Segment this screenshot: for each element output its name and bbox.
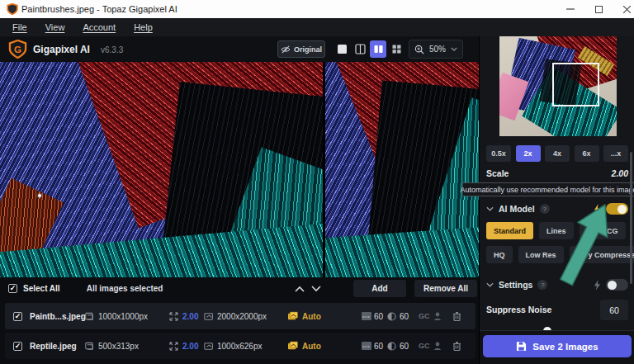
scale-0-5x-button[interactable]: 0.5x	[486, 145, 511, 162]
face-recovery-icon	[433, 311, 442, 321]
close-button[interactable]	[613, 0, 634, 18]
preview-pane-updated[interactable]	[325, 62, 479, 277]
file-panel: ✓ Select All All images selected Add Rem…	[0, 277, 479, 364]
chevron-down-icon[interactable]	[311, 286, 321, 292]
navigator-selection-rect[interactable]	[552, 63, 599, 106]
suppress-noise-label: Suppress Noise	[486, 305, 551, 314]
chevron-down-icon	[451, 47, 457, 51]
view-split-button[interactable]	[352, 40, 368, 58]
sidebar-scrollbar[interactable]	[630, 152, 632, 284]
preview-pane-original[interactable]	[0, 62, 323, 277]
row-checkbox[interactable]: ✓	[13, 342, 22, 351]
auto-mode-icon	[287, 341, 299, 351]
model-buttons-row-2: HQ Low Res Very Compressed	[486, 246, 633, 263]
original-toggle-label: Original	[294, 45, 322, 54]
original-toggle-button[interactable]: Original	[277, 40, 325, 58]
suppress-noise-value[interactable]: 60	[600, 300, 628, 320]
auto-mode-label[interactable]: Auto	[302, 342, 321, 351]
toggle-knob	[617, 205, 627, 214]
row-scale-value[interactable]: 2.00	[182, 342, 198, 351]
gigapixel-cloud-label: GC	[419, 312, 430, 320]
menu-help[interactable]: Help	[125, 20, 162, 35]
ai-model-help-icon[interactable]: ?	[540, 204, 550, 214]
selection-status: All images selected	[87, 284, 163, 293]
model-hq-button[interactable]: HQ	[486, 246, 513, 263]
gigapixel-window: Paintbrushes.jpeg - Topaz Gigapixel AI F…	[0, 0, 634, 364]
menu-account[interactable]: Account	[73, 20, 125, 35]
scale-6x-button[interactable]: 6x	[575, 145, 599, 162]
row-blur-value[interactable]: 60	[400, 312, 409, 321]
output-size: 1000x626px	[217, 342, 263, 351]
face-recovery-icon	[433, 341, 442, 351]
auto-model-tooltip: Automatically use recommended model for …	[462, 182, 634, 196]
settings-section-header: Settings ?	[486, 278, 628, 291]
app-name: Gigapixel AI	[33, 44, 90, 55]
noise-grid-icon	[362, 312, 371, 320]
title-bar: Paintbrushes.jpeg - Topaz Gigapixel AI	[0, 0, 634, 18]
menu-view[interactable]: View	[36, 20, 74, 35]
auto-mode-icon	[287, 311, 299, 321]
row-checkbox[interactable]: ✓	[13, 312, 22, 321]
auto-settings-bolt-icon	[594, 280, 601, 291]
view-grid-button[interactable]	[388, 40, 405, 58]
input-size: 1000x1000px	[98, 312, 148, 321]
model-lines-button[interactable]: Lines	[539, 222, 574, 239]
select-all-label[interactable]: Select All	[23, 284, 60, 293]
chevron-down-icon[interactable]	[486, 206, 494, 211]
file-row[interactable]: ✓ Reptile.jpeg 500x313px 2.00 1000x626px…	[5, 333, 476, 359]
window-title: Paintbrushes.jpeg - Topaz Gigapixel AI	[21, 4, 177, 14]
trash-icon[interactable]	[452, 341, 461, 351]
save-images-button[interactable]: Save 2 Images	[483, 335, 632, 357]
menu-bar: File View Account Help	[0, 18, 634, 36]
auto-settings-toggle[interactable]	[606, 279, 628, 291]
view-single-button[interactable]	[334, 40, 350, 58]
resize-arrows-icon	[169, 342, 178, 351]
maximize-icon	[595, 6, 603, 13]
scale-4x-button[interactable]: 4x	[545, 145, 570, 162]
maximize-button[interactable]	[584, 0, 613, 18]
chevron-up-icon[interactable]	[295, 286, 305, 292]
view-side-by-side-button[interactable]	[370, 40, 386, 58]
eye-slash-icon	[281, 45, 291, 54]
zoom-magnifier-icon	[414, 45, 424, 54]
selection-bar: ✓ Select All All images selected Add Rem…	[0, 277, 479, 300]
minimize-button[interactable]	[556, 0, 584, 18]
menu-file[interactable]: File	[3, 20, 36, 35]
auto-mode-label[interactable]: Auto	[302, 312, 321, 321]
model-buttons-row-1: Standard Lines Art & CG	[486, 222, 633, 239]
file-row[interactable]: ✓ Paintb...s.jpeg 1000x1000px 2.00 2000x…	[5, 303, 476, 329]
ai-model-section-header: AI Model ?	[486, 202, 628, 215]
select-all-checkbox[interactable]: ✓	[8, 284, 17, 293]
row-scale-value[interactable]: 2.00	[182, 312, 198, 321]
settings-help-icon[interactable]: ?	[537, 280, 547, 290]
minimize-icon	[566, 5, 575, 13]
preview-dust-spot	[38, 194, 41, 197]
model-very-compressed-button[interactable]: Very Compressed	[570, 246, 634, 263]
row-noise-value[interactable]: 60	[374, 312, 383, 321]
scale-2x-button[interactable]: 2x	[516, 145, 541, 162]
scale-custom-button[interactable]: ...x	[603, 145, 628, 162]
zoom-control[interactable]: 50%	[409, 40, 463, 59]
save-images-label: Save 2 Images	[532, 342, 598, 352]
navigator-thumbnail[interactable]	[499, 36, 617, 136]
chevron-down-icon[interactable]	[486, 282, 494, 287]
file-name: Paintb...s.jpeg	[30, 312, 86, 321]
app-version: v6.3.3	[101, 45, 123, 54]
scale-value: 2.00	[612, 168, 628, 178]
model-low-res-button[interactable]: Low Res	[518, 246, 564, 263]
noise-grid-icon	[362, 342, 371, 350]
svg-text:G: G	[14, 45, 21, 54]
toolbar: G Gigapixel AI v6.3.3 Original	[0, 36, 479, 62]
model-art-cg-button[interactable]: Art & CG	[580, 222, 626, 239]
remove-all-button[interactable]: Remove All	[414, 280, 477, 297]
model-standard-button[interactable]: Standard	[486, 222, 533, 239]
auto-model-toggle[interactable]	[606, 203, 628, 215]
row-blur-value[interactable]: 60	[400, 342, 409, 351]
zoom-level-value: 50%	[429, 45, 446, 54]
save-area: Save 2 Images	[480, 330, 634, 364]
trash-icon[interactable]	[452, 311, 461, 321]
add-button[interactable]: Add	[353, 280, 406, 297]
auto-bolt-icon	[594, 204, 601, 215]
row-noise-value[interactable]: 60	[374, 342, 383, 351]
scale-readout: Scale 2.00	[486, 168, 628, 178]
